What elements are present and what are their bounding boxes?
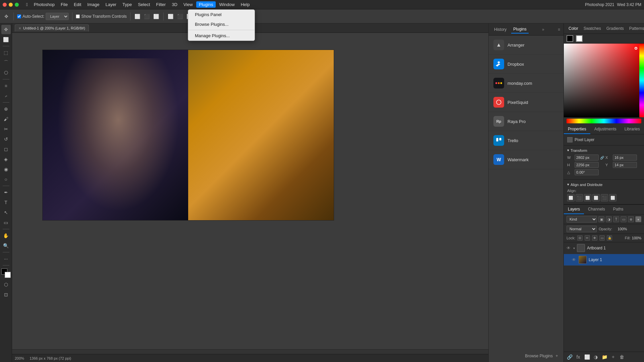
pen-tool[interactable]: ✒	[1, 188, 11, 197]
align-center-h-icon[interactable]: ⬛	[143, 13, 151, 20]
align-center-btn[interactable]: ⬛	[576, 194, 583, 201]
plugin-watermark[interactable]: W Watermark	[489, 150, 564, 169]
align-middle-btn[interactable]: ⬛	[601, 194, 608, 201]
color-boxes[interactable]	[1, 268, 11, 278]
menu-help[interactable]: Help	[238, 1, 253, 8]
close-button[interactable]	[3, 3, 7, 7]
move-tool-icon[interactable]: ✥	[3, 13, 10, 20]
horizontal-scrollbar[interactable]	[12, 349, 488, 354]
filter-kind-select[interactable]: Kind	[567, 216, 597, 223]
lock-move-icon[interactable]: ✥	[592, 235, 597, 241]
lock-all-icon[interactable]: 🔒	[607, 235, 612, 241]
align-top-btn[interactable]: ⬜	[592, 194, 600, 201]
libraries-tab[interactable]: Libraries	[621, 125, 644, 134]
layer1-visibility[interactable]: 👁	[572, 257, 577, 262]
auto-select-input[interactable]	[17, 14, 21, 18]
move-tool[interactable]: ✥	[1, 25, 11, 34]
layer-item-layer1[interactable]: 👁 Layer 1	[564, 254, 644, 266]
layer1-name[interactable]: Layer 1	[589, 257, 641, 262]
marquee-tool[interactable]: ⬚	[1, 48, 11, 57]
color-hue-slider[interactable]	[567, 119, 641, 123]
color-foreground-swatch[interactable]	[567, 35, 573, 42]
add-style-btn[interactable]: fx	[575, 353, 582, 361]
plugins-tab[interactable]: Plugins	[511, 25, 528, 34]
gradients-tab[interactable]: Gradients	[605, 25, 625, 32]
filter-type-icon[interactable]: T	[613, 216, 619, 222]
clone-tool[interactable]: ✂	[1, 124, 11, 134]
background-color[interactable]	[5, 272, 11, 278]
color-gradient-picker[interactable]	[564, 44, 644, 117]
history-tab[interactable]: History	[492, 26, 508, 33]
transform-link-icon[interactable]: 🔗	[600, 156, 604, 160]
filter-pixel-icon[interactable]: ▣	[598, 216, 604, 222]
new-adj-btn[interactable]: ◑	[592, 353, 599, 361]
align-left-icon[interactable]: ⬜	[134, 13, 141, 20]
shape-tool[interactable]: ▭	[1, 218, 11, 227]
artboard-layer-name[interactable]: Artboard 1	[587, 246, 641, 250]
transform-angle-input[interactable]	[575, 169, 599, 175]
lock-artboard-icon[interactable]: ▭	[599, 235, 605, 241]
doc-tab-close-icon[interactable]: ✕	[18, 26, 21, 30]
auto-select-mode[interactable]: Layer Group	[46, 13, 69, 20]
color-background-swatch[interactable]	[576, 35, 583, 42]
zoom-tool[interactable]: 🔍	[1, 241, 11, 250]
menu-edit[interactable]: Edit	[71, 1, 84, 8]
dropdown-plugins-panel[interactable]: Plugins Panel	[188, 10, 255, 19]
blur-tool[interactable]: ◉	[1, 165, 11, 174]
panel-menu-icon[interactable]: ≡	[558, 27, 560, 32]
swatches-tab[interactable]: Swatches	[582, 25, 602, 32]
plugin-arranger[interactable]: ▲ Arranger	[489, 36, 564, 55]
lock-draw-icon[interactable]: ✏	[585, 235, 590, 241]
artboard-visibility[interactable]: 👁	[567, 246, 571, 250]
menu-window[interactable]: Window	[216, 1, 237, 8]
align-top-icon[interactable]: ⬜	[167, 13, 174, 20]
add-mask-btn[interactable]: ⬜	[583, 353, 591, 361]
lasso-tool[interactable]: ⌒	[1, 58, 11, 67]
link-layers-btn[interactable]: 🔗	[566, 353, 573, 361]
align-right-btn[interactable]: ⬜	[584, 194, 591, 201]
plugin-dropbox[interactable]: Dropbox	[489, 55, 564, 74]
window-controls[interactable]	[3, 3, 19, 7]
panel-expand-icon[interactable]: »	[542, 27, 544, 32]
transform-header[interactable]: ▾ Transform	[567, 148, 641, 153]
plugins-dropdown-menu[interactable]: Plugins Panel Browse Plugins... Manage P…	[188, 9, 255, 41]
browse-plugins-row[interactable]: Browse Plugins ＋	[489, 350, 564, 362]
menu-plugins[interactable]: Plugins	[196, 1, 216, 8]
channels-tab[interactable]: Channels	[584, 205, 609, 214]
type-tool[interactable]: T	[1, 198, 11, 207]
opacity-value[interactable]: 100%	[613, 227, 627, 231]
eraser-tool[interactable]: ◻	[1, 144, 11, 154]
healing-tool[interactable]: ⊕	[1, 104, 11, 114]
crop-tool[interactable]: ⌗	[1, 81, 11, 90]
brush-tool[interactable]: 🖌	[1, 114, 11, 124]
hand-tool[interactable]: ✋	[1, 231, 11, 240]
gradient-tool[interactable]: ◈	[1, 155, 11, 164]
menu-type[interactable]: Type	[120, 1, 135, 8]
menu-filter[interactable]: Filter	[153, 1, 168, 8]
align-left-btn[interactable]: ⬜	[567, 194, 575, 201]
maximize-button[interactable]	[15, 3, 19, 7]
menu-view[interactable]: View	[181, 1, 196, 8]
menu-photoshop[interactable]: Photoshop	[31, 1, 57, 8]
minimize-button[interactable]	[9, 3, 13, 7]
transform-y-input[interactable]	[613, 162, 637, 168]
menu-apple[interactable]: 	[23, 1, 31, 8]
menu-layer[interactable]: Layer	[103, 1, 119, 8]
adjustments-tab[interactable]: Adjustments	[590, 125, 621, 134]
eyedropper-tool[interactable]: ⌿	[1, 91, 11, 101]
artboard-tool[interactable]: ⬜	[1, 35, 11, 44]
blend-mode-select[interactable]: Normal Multiply Screen	[567, 226, 597, 232]
properties-tab[interactable]: Properties	[564, 125, 590, 134]
filter-adj-icon[interactable]: ◑	[606, 216, 612, 222]
align-bottom-btn[interactable]: ⬜	[609, 194, 616, 201]
filter-smart-icon[interactable]: ⊗	[628, 216, 634, 222]
dropdown-browse-plugins[interactable]: Browse Plugins...	[188, 19, 255, 29]
menu-3d[interactable]: 3D	[169, 1, 180, 8]
layers-tab[interactable]: Layers	[564, 205, 584, 214]
patterns-tab[interactable]: Patterns	[628, 25, 644, 32]
quick-mask[interactable]: ⬡	[1, 280, 11, 289]
history-brush[interactable]: ↺	[1, 134, 11, 144]
screen-mode[interactable]: ⊡	[1, 290, 11, 299]
transform-controls-checkbox[interactable]: Show Transform Controls	[76, 14, 126, 19]
color-hue-strip[interactable]	[639, 44, 644, 117]
